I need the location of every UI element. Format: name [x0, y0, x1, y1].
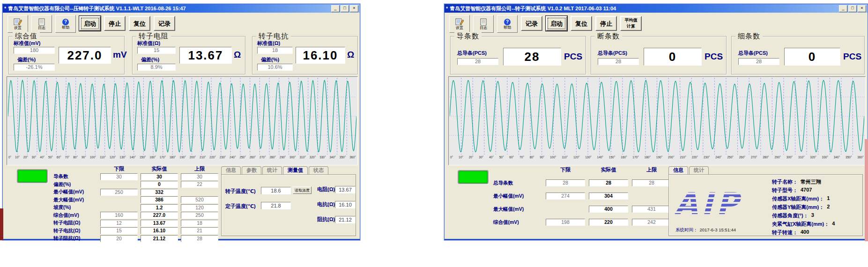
upper-limit-input[interactable]: 520	[181, 196, 218, 203]
reset-button[interactable]: 复位	[129, 16, 150, 31]
close-button[interactable]: ×	[858, 5, 866, 12]
help-button[interactable]: ? 帮助	[497, 15, 518, 33]
total-bars-input[interactable]: 28	[738, 58, 779, 65]
start-button[interactable]: 启动	[546, 16, 567, 31]
group-rotor-reactance: 转子电抗 标准值(Ω) 18 偏差(%) 10.6% 16.10 Ω	[252, 36, 358, 74]
upper-limit-input[interactable]: 431	[632, 206, 671, 213]
x-axis-tick: 110°	[100, 156, 106, 161]
total-bars-label: 总导条(PCS)	[598, 50, 627, 57]
standard-value-input[interactable]: 15	[137, 47, 176, 54]
upper-limit-input[interactable]: 21	[181, 227, 218, 234]
log-button[interactable]: 日志	[473, 15, 494, 33]
standard-value-input[interactable]: 180	[14, 47, 55, 54]
total-bars-label: 总导条(PCS)	[738, 50, 768, 57]
x-axis-tick: 270°	[260, 156, 266, 161]
total-bars-label: 总导条(PCS)	[457, 50, 487, 57]
tab-status[interactable]: 状态	[309, 166, 328, 174]
lower-limit-input[interactable]: 198	[546, 219, 585, 226]
rotor-temp-value: 18.6	[261, 187, 291, 194]
column-header: 实际值	[589, 166, 628, 173]
settings-icon	[14, 18, 22, 26]
group-broken-bar-count: 断条数 总导条(PCS) 28 0 PCS	[591, 36, 727, 74]
upper-limit-input[interactable]: 30	[181, 173, 218, 180]
column-header: 下限	[546, 166, 585, 173]
column-header: 上限	[181, 165, 218, 172]
lower-limit-input[interactable]: 30	[100, 173, 138, 180]
lower-limit-input[interactable]: 160	[100, 212, 138, 219]
record-button[interactable]: 记录	[154, 16, 175, 31]
upper-limit-input[interactable]: 22	[181, 181, 218, 188]
x-axis-tick: 200°	[190, 156, 196, 161]
x-axis-tick: 130°	[119, 156, 126, 161]
maximize-button[interactable]: □	[341, 5, 349, 12]
rotor-temp-label: 转子温度(℃)	[225, 188, 256, 195]
tab-parameters[interactable]: 参数	[242, 166, 261, 174]
tab-statistics[interactable]: 统计	[262, 166, 282, 174]
upper-limit-input[interactable]: 28	[181, 235, 218, 242]
standard-value-input[interactable]: 18	[257, 47, 293, 54]
lower-limit-input[interactable]: 20	[100, 235, 138, 242]
left-toolbar: 设置 日志 ? 帮助 启动 停止 复位 记录	[3, 13, 360, 34]
sensor-x-value: 1	[827, 195, 830, 202]
total-bars-input[interactable]: 28	[457, 58, 498, 65]
group-title: 导条数	[454, 32, 482, 41]
close-button[interactable]: ×	[350, 5, 358, 12]
upper-limit-input[interactable]: 18	[181, 220, 218, 227]
right-window-title: 青岛艾普智能仪器有限公司--转子测试系统 V1.0.2 MLT 2017-06-…	[450, 5, 838, 12]
x-axis-tick: 50°	[499, 156, 504, 161]
average-calc-button[interactable]: 平均值 计算	[620, 16, 642, 31]
actual-value: 386	[141, 196, 178, 203]
upper-limit-input[interactable]: 28	[632, 179, 671, 186]
upper-limit-input[interactable]: 120	[181, 204, 218, 211]
actual-value: 28	[589, 179, 628, 186]
lower-limit-input[interactable]: 28	[546, 179, 585, 186]
help-button[interactable]: ? 帮助	[55, 15, 76, 33]
maximize-button[interactable]: □	[848, 5, 857, 12]
x-axis-tick: 290°	[775, 156, 781, 161]
aip-logo: AIP	[675, 185, 768, 224]
lower-limit-input[interactable]: 274	[546, 193, 585, 200]
tab-info[interactable]: 信息	[221, 166, 241, 174]
tab-info[interactable]: 信息	[668, 166, 688, 174]
log-button[interactable]: 日志	[31, 15, 52, 33]
right-bottom-section: 下限 实际值 上限 总导条数 28 28 28 最小幅值(mV) 274 304…	[448, 165, 864, 237]
right-titlebar[interactable]: * 青岛艾普智能仪器有限公司--转子测试系统 V1.0.2 MLT 2017-0…	[445, 4, 868, 13]
minimize-button[interactable]: _	[839, 5, 847, 12]
settings-button[interactable]: 设置	[449, 15, 470, 33]
standard-value-label: 标准值(Ω)	[137, 40, 160, 47]
reactance-label: 电抗(Ω)	[317, 201, 335, 208]
sensor-x-label: 传感器X轴距离(mm)：	[772, 195, 824, 202]
minimize-button[interactable]: _	[331, 5, 340, 12]
record-button[interactable]: 记录	[521, 16, 542, 31]
left-window-title: 青岛艾普智能仪器有限公司--压铸转子测试系统 V1.1.1-WLT 2016-0…	[8, 5, 330, 12]
reset-button[interactable]: 复位	[571, 16, 592, 31]
x-axis-tick: 270°	[751, 156, 757, 161]
left-titlebar[interactable]: * 青岛艾普智能仪器有限公司--压铸转子测试系统 V1.1.1-WLT 2016…	[3, 4, 360, 13]
upper-limit-input[interactable]: 242	[632, 219, 671, 226]
log-label: 日志	[38, 26, 45, 30]
rotor-name-value: 常州三翔	[801, 178, 821, 185]
lower-limit-input[interactable]: 15	[100, 227, 138, 234]
read-temperature-button[interactable]: 读取温度	[293, 186, 312, 194]
help-label: 帮助	[504, 26, 511, 30]
unit-label: PCS	[843, 52, 861, 62]
left-bottom-section: 下限 实际值 上限 导条数 30 30 30 偏差(%) 0 22 最小幅值(m…	[7, 165, 356, 237]
upper-limit-input[interactable]: 250	[181, 212, 218, 219]
right-app-window: * 青岛艾普智能仪器有限公司--转子测试系统 V1.0.2 MLT 2017-0…	[444, 4, 868, 240]
tab-statistics[interactable]: 统计	[689, 166, 709, 174]
sensor-y-label: 传感器Y轴距离(mm)：	[772, 204, 824, 211]
unit-label: Ω	[234, 50, 241, 60]
x-axis-tick: 0°	[450, 156, 453, 161]
stop-button[interactable]: 停止	[595, 16, 617, 31]
waveform-panel: 0°10°20°30°40°50°60°70°80°90°100°110°120…	[448, 76, 866, 165]
row-label: 导条数	[53, 173, 97, 180]
start-button[interactable]: 启动	[79, 16, 101, 31]
measured-value-display: 0	[644, 48, 702, 66]
total-bars-input[interactable]: 28	[598, 58, 639, 65]
lower-limit-input[interactable]: 250	[100, 189, 138, 196]
tab-measurements[interactable]: 测量值	[283, 166, 308, 174]
settings-button[interactable]: 设置	[7, 15, 28, 33]
measurements-tab-body: 转子温度(℃) 18.6 读取温度 定子温度(℃) 21.8 电阻(Ω) 13.…	[221, 174, 356, 236]
lower-limit-input[interactable]: 12	[100, 220, 138, 227]
stop-button[interactable]: 停止	[104, 16, 126, 31]
